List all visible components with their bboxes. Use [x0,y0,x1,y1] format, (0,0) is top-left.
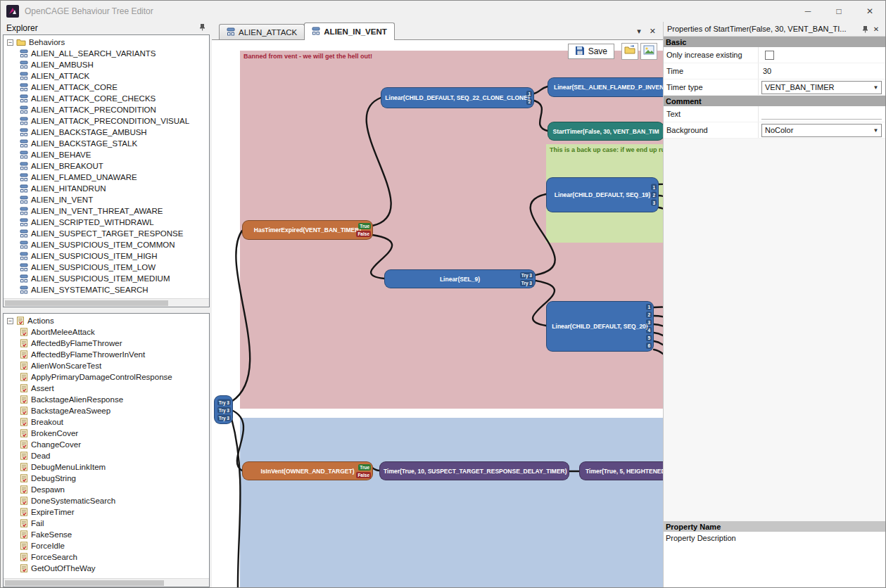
actions-item[interactable]: Fail [20,518,209,529]
node-root-parallel[interactable]: Try 3Try 3Try 3 [214,395,233,424]
explorer-item[interactable]: ALIEN_ATTACK_CORE [20,82,209,93]
node-port-tag[interactable]: Try 3 [217,399,231,405]
explorer-item[interactable]: ALIEN_AMBUSH [20,59,209,70]
node-port-tag[interactable]: True [358,464,371,471]
actions-item[interactable]: AbortMeleeAttack [20,326,209,338]
explorer-item[interactable]: ALIEN_SUSPICIOUS_ITEM_LOW [20,262,209,273]
actions-item[interactable]: Despawn [20,484,209,495]
actions-item[interactable]: GetOutOfTheWay [20,563,209,574]
node-port-tag[interactable]: 3 [651,200,657,206]
close-button[interactable]: ✕ [854,1,885,22]
node-port-tag[interactable]: 1 [526,91,532,97]
actions-item[interactable]: Breakout [20,416,209,428]
node-port-tag[interactable]: 1 [646,304,652,310]
actions-item[interactable]: AffectedByFlameThrower [20,338,209,349]
node-port-tag[interactable]: 2 [651,192,657,198]
node-port-tag[interactable]: 2 [526,98,532,105]
actions-item[interactable]: BrokenCover [20,428,209,439]
actions-item[interactable]: ChangeCover [20,439,209,450]
explorer-item[interactable]: ALIEN_IN_VENT [20,194,209,205]
explorer-item[interactable]: ALIEN_ATTACK_PRECONDITION [20,104,209,115]
maximize-button[interactable]: □ [823,1,854,22]
explorer-item[interactable]: ALIEN_HITANDRUN [20,183,209,194]
explorer-item[interactable]: ALIEN_FLAMED_UNAWARE [20,172,209,183]
node-port-tag[interactable]: 3 [646,319,652,326]
actions-root[interactable]: −Actions [5,315,209,326]
node-port-tag[interactable]: 4 [646,327,652,333]
property-dropdown[interactable]: VENT_BAN_TIMER▼ [761,81,882,94]
explorer-item[interactable]: ALIEN_SUSPICIOUS_ITEM_MEDIUM [20,273,209,284]
actions-item[interactable]: ForceSearch [20,551,209,563]
node-port-tag[interactable]: Try 3 [520,280,533,286]
actions-item[interactable]: BackstageAreaSweep [20,405,209,416]
node-timer-suspect[interactable]: Timer(True, 10, SUSPECT_TARGET_RESPONSE_… [379,461,569,480]
actions-item[interactable]: DebugString [20,473,209,484]
explorer-item[interactable]: ALIEN_BEHAVE [20,149,209,160]
explorer-item[interactable]: ALIEN_ATTACK [20,70,209,82]
property-text-input[interactable]: 30 [761,67,882,75]
node-port-tag[interactable]: Try 3 [520,272,533,279]
explorer-item[interactable]: ALIEN_BACKSTAGE_STALK [20,138,209,149]
actions-item[interactable]: BackstageAlienResponse [20,394,209,405]
node-port-tag[interactable]: 5 [646,335,652,341]
explorer-item[interactable]: ALIEN_BACKSTAGE_AMBUSH [20,127,209,138]
close-panel-icon[interactable]: ✕ [871,25,882,33]
node-port-tag[interactable]: False [356,231,371,237]
actions-item[interactable]: DebugMenuLinkItem [20,461,209,473]
node-isinvent[interactable]: IsInVent(OWNER_AND_TARGET)TrueFalse [242,461,373,480]
actions-hscroll-thumb[interactable] [5,580,164,586]
actions-hscrollbar[interactable] [4,578,209,587]
explorer-item[interactable]: ALIEN_SUSPECT_TARGET_RESPONSE [20,228,209,239]
explorer-item[interactable]: ALIEN_ALL_SEARCH_VARIANTS [20,48,209,59]
node-port-tag[interactable]: 2 [646,312,652,318]
node-linear-seq19[interactable]: Linear(CHILD_DEFAULT, SEQ_19)123 [546,177,659,212]
node-port-tag[interactable]: True [358,223,371,229]
explorer-root[interactable]: −Behaviors [5,37,209,48]
actions-item[interactable]: ForceIdle [20,540,209,551]
open-folder-button[interactable] [621,43,638,60]
node-port-tag[interactable]: Try 3 [217,414,231,421]
actions-item[interactable]: DoneSystematicSearch [20,495,209,506]
tab-alien-in-vent[interactable]: ALIEN_IN_VENT [304,23,394,40]
actions-item[interactable]: Dead [20,450,209,461]
pin-icon[interactable] [859,25,871,33]
node-linear-sel9[interactable]: Linear(SEL_9)Try 3Try 3 [384,269,536,288]
collapse-icon[interactable]: − [7,39,13,46]
explorer-item[interactable]: ALIEN_ATTACK_CORE_CHECKS [20,93,209,104]
tab-alien-attack[interactable]: ALIEN_ATTACK [219,24,305,39]
export-image-button[interactable] [640,43,657,60]
tab-list-dropdown-icon[interactable]: ▾ [637,27,641,36]
explorer-item[interactable]: ALIEN_SYSTEMATIC_SEARCH [20,284,209,295]
explorer-item[interactable]: ALIEN_SUSPICIOUS_ITEM_HIGH [20,250,209,262]
node-port-tag[interactable]: Try 3 [217,407,231,413]
explorer-item[interactable]: ALIEN_IN_VENT_THREAT_AWARE [20,205,209,217]
explorer-hscroll-thumb[interactable] [5,300,168,306]
explorer-item[interactable]: ALIEN_SCRIPTED_WITHDRAWL [20,217,209,228]
explorer-item[interactable]: ALIEN_ATTACK_PRECONDITION_VISUAL [20,115,209,127]
save-button[interactable]: Save [568,44,614,59]
collapse-icon[interactable]: − [7,318,13,324]
node-linear-seq20[interactable]: Linear(CHILD_DEFAULT, SEQ_20)123456 [546,301,654,352]
actions-item[interactable]: ExpireTimer [20,506,209,518]
node-linear-seq22[interactable]: Linear(CHILD_DEFAULT, SEQ_22_CLONE_CLONE… [381,87,534,108]
behavior-tree-canvas[interactable]: Banned from vent - we will get the hell … [212,40,663,588]
actions-item[interactable]: AlienWonScareTest [20,360,209,371]
property-checkbox[interactable] [765,51,774,60]
minimize-button[interactable]: ─ [792,1,823,22]
property-text-input[interactable] [761,109,882,120]
property-dropdown[interactable]: NoColor▼ [761,124,882,137]
actions-item[interactable]: AffectedByFlameThrowerInVent [20,349,209,360]
node-port-tag[interactable]: 6 [646,343,652,349]
explorer-item[interactable]: ALIEN_SUSPICIOUS_ITEM_COMMON [20,239,209,250]
node-hastimerexpired[interactable]: HasTimerExpired(VENT_BAN_TIMER)TrueFalse [242,220,373,240]
actions-item[interactable]: Assert [20,383,209,394]
actions-item[interactable]: ApplyPrimaryDamageControlResponse [20,371,209,383]
explorer-item[interactable]: ALIEN_BREAKOUT [20,160,209,172]
node-starttimer[interactable]: StartTimer(False, 30, VENT_BAN_TIM [548,122,663,141]
node-timer-heightened[interactable]: Timer(True, 5, HEIGHTENED_S [579,461,663,480]
explorer-hscrollbar[interactable] [4,298,209,307]
node-port-tag[interactable]: 1 [651,184,657,191]
tab-close-icon[interactable]: ✕ [650,27,656,36]
actions-item[interactable]: FakeSense [20,529,209,540]
pin-icon[interactable] [198,23,206,33]
